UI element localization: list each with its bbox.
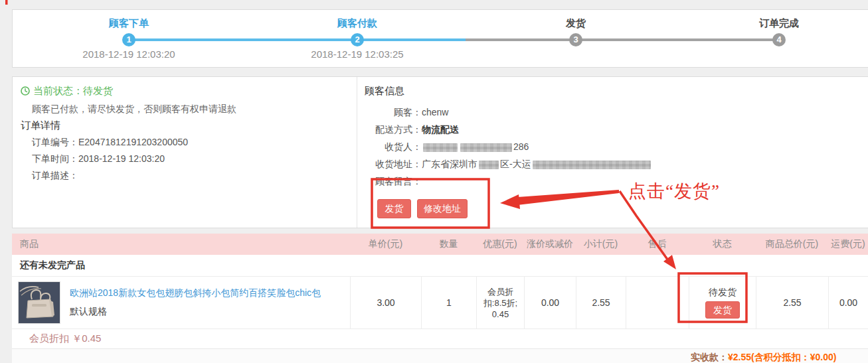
redacted-receiver-name: [423, 143, 458, 152]
ship-button[interactable]: 发货: [377, 199, 411, 218]
shipping-method-label: 配送方式：: [358, 121, 422, 138]
row-ship-button[interactable]: 发货: [705, 301, 740, 319]
customer-info-rows: 顾客：chenw 配送方式：物流配送 收货人：286 收货地址：广东省深圳市区-…: [358, 104, 652, 190]
step-label: 顾客下单: [56, 17, 202, 30]
status-hint: 顾客已付款，请尽快发货，否则顾客有权申请退款: [32, 104, 236, 115]
discount-text: 会员折扣:8.5折;0.45: [476, 286, 525, 320]
col-header-shipping-fee: 运费(元): [828, 238, 868, 250]
step-number-badge: 3: [569, 33, 582, 46]
redacted-address-detail: [533, 161, 651, 169]
product-info: 欧洲站2018新款女包包翅膀包斜挎小包简约百搭笑脸包chic包 默认规格: [70, 287, 321, 318]
table-header-row: 商品 单价(元) 数量 优惠(元) 涨价或减价 小计(元) 售后 状态 商品总价…: [12, 234, 868, 255]
step-order-placed: 顾客下单 1 2018-12-19 12:03:20: [56, 10, 202, 30]
adjust-cell: 0.00: [524, 277, 576, 328]
address-part2: 区-大运: [500, 159, 531, 169]
status-cell: 待发货 发货: [689, 277, 756, 328]
total-cell: 2.55: [756, 277, 828, 328]
col-header-status: 状态: [689, 238, 756, 250]
message-label: 顾客留言：: [358, 173, 422, 190]
product-name-link[interactable]: 欧洲站2018新款女包包翅膀包斜挎小包简约百搭笑脸包chic包: [70, 287, 321, 299]
product-spec: 默认规格: [70, 306, 321, 318]
col-header-quantity: 数量: [421, 238, 476, 250]
panel-divider: [357, 77, 357, 228]
col-header-aftersale: 售后: [626, 238, 689, 250]
step-label: 订单完成: [706, 17, 852, 30]
redacted-district: [479, 161, 499, 169]
receiver-label: 收货人：: [358, 138, 422, 155]
col-header-adjust: 涨价或减价: [524, 238, 576, 250]
customer-info-title: 顾客信息: [365, 85, 404, 98]
quantity-cell: 1: [421, 277, 476, 328]
edit-address-button[interactable]: 修改地址: [417, 199, 468, 218]
col-header-total: 商品总价(元): [756, 238, 828, 250]
order-time: 下单时间：2018-12-19 12:03:20: [32, 153, 165, 165]
progress-track-done: [129, 38, 466, 41]
paid-amount-value: ¥2.55(含积分抵扣：¥0.00): [728, 352, 836, 362]
step-number-badge: 4: [772, 33, 786, 46]
order-items-table: 商品 单价(元) 数量 优惠(元) 涨价或减价 小计(元) 售后 状态 商品总价…: [12, 234, 868, 363]
address-row: 收货地址：广东省深圳市区-大运: [358, 155, 652, 173]
subtotal-cell: 2.55: [576, 277, 626, 328]
product-cell: 欧洲站2018新款女包包翅膀包斜挎小包简约百搭笑脸包chic包 默认规格: [12, 277, 350, 328]
step-ship: 发货 3: [503, 10, 649, 30]
order-info-panel: 当前状态：待发货 顾客已付款，请尽快发货，否则顾客有权申请退款 订单详情 订单编…: [12, 76, 868, 228]
address-part1: 广东省深圳市: [422, 159, 477, 169]
step-label: 发货: [503, 17, 649, 30]
row-status-text: 待发货: [709, 287, 737, 299]
order-total-footer: 实收款：¥2.55(含积分抵扣：¥0.00): [12, 348, 868, 363]
annotation-stray-mark: [5, 0, 8, 5]
redacted-receiver-phone: [460, 143, 512, 152]
unit-price-cell: 3.00: [350, 277, 421, 328]
step-timestamp: 2018-12-19 12:03:25: [284, 48, 430, 60]
footer-amounts: 实收款：¥2.55(含积分抵扣：¥0.00): [691, 352, 836, 363]
receiver-row: 收货人：286: [358, 138, 652, 155]
address-label: 收货地址：: [358, 155, 422, 173]
customer-name: chenw: [422, 107, 448, 117]
col-header-unit-price: 单价(元): [350, 238, 421, 250]
aftersale-cell: [626, 277, 689, 328]
step-complete: 订单完成 4: [706, 10, 852, 30]
customer-row: 顾客：chenw: [358, 104, 652, 121]
order-detail-page: 顾客下单 1 2018-12-19 12:03:20 顾客付款 2 2018-1…: [0, 0, 868, 363]
step-paid: 顾客付款 2 2018-12-19 12:03:25: [284, 10, 430, 30]
customer-label: 顾客：: [358, 104, 422, 121]
col-header-product: 商品: [12, 238, 350, 250]
receiver-suffix: 286: [513, 141, 529, 152]
shipping-fee-cell: 0.00: [828, 277, 868, 328]
order-details-title: 订单详情: [21, 119, 60, 132]
order-number: 订单编号：E20471812191203200050: [32, 137, 188, 149]
shipping-method-row: 配送方式：物流配送: [358, 121, 652, 138]
member-discount-row: 会员折扣 ￥0.45: [12, 329, 868, 348]
step-number-badge: 2: [351, 33, 364, 46]
discount-cell: 会员折扣:8.5折;0.45: [476, 277, 524, 328]
step-timestamp: 2018-12-19 12:03:20: [56, 48, 202, 60]
message-row: 顾客留言：: [358, 173, 652, 190]
col-header-discount: 优惠(元): [476, 238, 524, 250]
current-status: 当前状态：待发货: [21, 85, 113, 98]
product-row: 欧洲站2018新款女包包翅膀包斜挎小包简约百搭笑脸包chic包 默认规格 3.0…: [12, 277, 868, 329]
order-progress-stepper: 顾客下单 1 2018-12-19 12:03:20 顾客付款 2 2018-1…: [12, 9, 868, 68]
step-number-badge: 1: [122, 33, 135, 46]
clock-icon: [21, 86, 30, 98]
col-header-subtotal: 小计(元): [576, 238, 626, 250]
shipping-method-value: 物流配送: [422, 124, 459, 135]
paid-amount-label: 实收款：: [691, 352, 728, 362]
step-label: 顾客付款: [284, 17, 430, 30]
order-description: 订单描述：: [32, 170, 78, 182]
current-status-text: 当前状态：待发货: [33, 85, 113, 96]
product-image[interactable]: [18, 281, 60, 324]
unshipped-section-row: 还有未发完产品: [12, 255, 868, 277]
progress-track-pending: [466, 38, 779, 41]
